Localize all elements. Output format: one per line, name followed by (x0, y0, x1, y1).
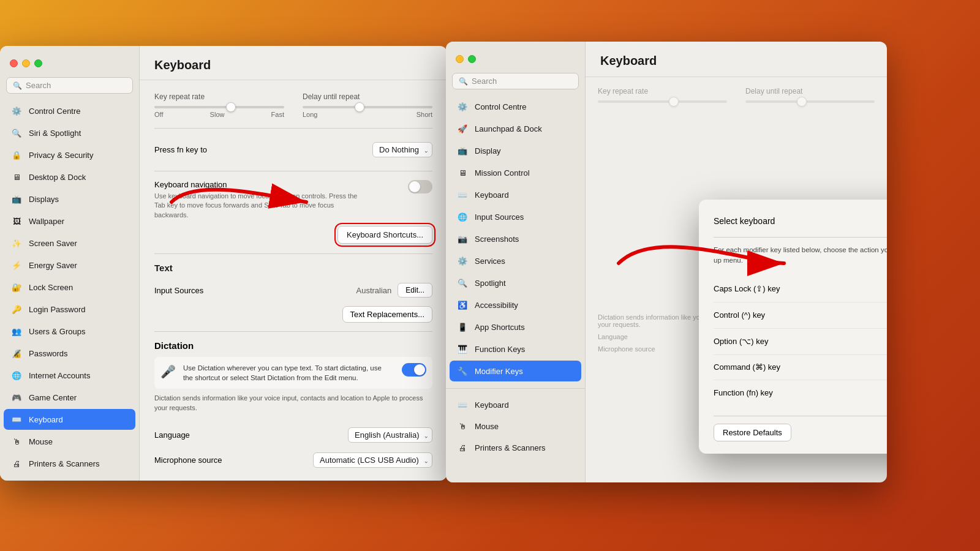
keyboard-nav-toggle[interactable] (408, 180, 432, 193)
key-repeat-thumb[interactable] (226, 102, 236, 112)
delay-repeat-thumb[interactable] (355, 102, 364, 112)
sidebar-right-launchpad[interactable]: 🚀 Launchpad & Dock (450, 118, 581, 139)
text-replacements-button[interactable]: Text Replacements... (342, 306, 432, 323)
sidebar-right-keyboard-bottom[interactable]: ⌨️ Keyboard (450, 394, 581, 415)
sidebar-item-users-groups[interactable]: 👥 Users & Groups (4, 321, 135, 342)
sidebar-label: Energy Saver (29, 261, 77, 270)
language-select-wrapper[interactable]: English (Australia) (348, 427, 432, 443)
sidebar-right-mission-control[interactable]: 🖥 Mission Control (450, 162, 581, 183)
sidebar-label: Passwords (29, 349, 68, 358)
sidebar-label: Internet Accounts (29, 371, 90, 380)
sidebar-right-display[interactable]: 📺 Display (450, 140, 581, 161)
sidebar-right-keyboard[interactable]: ⌨️ Keyboard (450, 184, 581, 205)
sidebar-item-energy-saver[interactable]: ⚡ Energy Saver (4, 255, 135, 276)
key-repeat-track[interactable] (154, 106, 284, 108)
r-delay-thumb (797, 97, 807, 107)
sidebar-item-displays[interactable]: 📺 Displays (4, 189, 135, 209)
sidebar-item-privacy[interactable]: 🔒 Privacy & Security (4, 144, 135, 165)
sidebar-right-function-keys[interactable]: 🎹 Function Keys (450, 339, 581, 359)
sidebar-label: Game Center (29, 393, 77, 402)
passwords-icon: 🔏 (10, 347, 23, 360)
text-replacements-row: Text Replacements... (154, 306, 432, 323)
sidebar-label: Login Password (29, 305, 86, 314)
sidebar-item-mouse[interactable]: 🖱 Mouse (4, 431, 135, 452)
label-fast: Fast (271, 111, 284, 118)
sidebar-item-wallpaper[interactable]: 🖼 Wallpaper (4, 211, 135, 231)
search-box-right[interactable]: 🔍 Search (452, 73, 579, 89)
r-app-shortcuts-icon: 📱 (456, 320, 469, 334)
search-label: Search (26, 81, 51, 90)
key-repeat-labels: Off Slow Fast (154, 111, 284, 118)
close-button[interactable] (10, 59, 18, 67)
sidebar-item-control-centre[interactable]: ⚙️ Control Centre (4, 100, 135, 121)
sidebar-item-printers[interactable]: 🖨 Printers & Scanners (4, 453, 135, 474)
mic-icon: 🎤 (160, 364, 176, 379)
sidebar-item-login-password[interactable]: 🔑 Login Password (4, 299, 135, 320)
r-mouse-bottom-icon: 🖱 (456, 419, 469, 433)
sidebar-item-game-center[interactable]: 🎮 Game Center (4, 387, 135, 408)
modifier-row-capslock: Caps Lock (⇪) key ⇪ Escape (714, 276, 887, 302)
sidebar-label: Siri & Spotlight (29, 129, 81, 138)
main-content-left: Keyboard Key repeat rate Off Slow Fast (140, 46, 447, 481)
sidebar-right-accessibility[interactable]: ♿ Accessibility (450, 294, 581, 315)
fn-select-wrapper[interactable]: Do Nothing (372, 142, 432, 157)
r-key-repeat-thumb (669, 97, 679, 107)
window-right: 🔍 Search ⚙️ Control Centre 🚀 Launchpad &… (446, 42, 887, 482)
r-control-centre-icon: ⚙️ (456, 100, 469, 113)
maximize-button-right[interactable] (468, 55, 476, 63)
sidebar-right-label: Printers & Scanners (475, 443, 546, 452)
sidebar-item-desktop-dock[interactable]: 🖥 Desktop & Dock (4, 167, 135, 187)
sidebar-right-services[interactable]: ⚙️ Services (450, 250, 581, 271)
sidebar-right-screenshots[interactable]: 📷 Screenshots (450, 228, 581, 249)
energy-icon: ⚡ (10, 258, 23, 272)
language-label: Language (154, 430, 190, 440)
sidebar-right-modifier-keys[interactable]: 🔧 Modifier Keys (450, 361, 581, 381)
sidebar-item-passwords[interactable]: 🔏 Passwords (4, 343, 135, 364)
sidebar-item-keyboard[interactable]: ⌨️ Keyboard (4, 409, 135, 430)
search-box-left[interactable]: 🔍 Search (6, 77, 133, 94)
microphone-select-wrapper[interactable]: Automatic (LCS USB Audio) (313, 452, 432, 468)
dictation-toggle[interactable] (402, 363, 426, 377)
right-delay-repeat: Delay until repeat (745, 87, 875, 105)
sidebar-item-lock-screen[interactable]: 🔐 Lock Screen (4, 277, 135, 298)
sidebar-right-label: Mission Control (475, 168, 530, 178)
sidebar-right-control-centre[interactable]: ⚙️ Control Centre (450, 96, 581, 117)
delay-repeat-track[interactable] (303, 106, 432, 108)
fn-select[interactable]: Do Nothing (372, 142, 432, 157)
edit-button[interactable]: Edit... (398, 283, 432, 298)
sidebar-label: Users & Groups (29, 327, 85, 336)
divider2 (154, 171, 432, 171)
minimize-button-right[interactable] (456, 55, 464, 63)
sidebar-item-internet-accounts[interactable]: 🌐 Internet Accounts (4, 365, 135, 386)
language-select[interactable]: English (Australia) (348, 427, 432, 443)
sidebar-right-input-sources[interactable]: 🌐 Input Sources (450, 206, 581, 227)
sidebar-right-printers-bottom[interactable]: 🖨 Printers & Scanners (450, 437, 581, 458)
delay-repeat-label: Delay until repeat (303, 92, 432, 101)
r-screenshots-icon: 📷 (456, 232, 469, 246)
main-body-left: Key repeat rate Off Slow Fast Delay unti… (140, 80, 447, 481)
modifier-row-command: Command (⌘) key ⌘ Command ⇪ Caps Lock (714, 355, 887, 380)
right-body: Key repeat rate Delay until repeat Dicta… (586, 77, 887, 482)
sidebar-right-label: Keyboard (475, 400, 509, 410)
r-modifier-icon: 🔧 (456, 364, 469, 378)
microphone-label: Microphone source (154, 455, 222, 465)
minimize-button[interactable] (22, 59, 30, 67)
sidebar-bottom: ⌨️ Keyboard 🖱 Mouse 🖨 Printers & Scanner… (446, 388, 585, 459)
keyboard-shortcuts-button[interactable]: Keyboard Shortcuts... (337, 226, 432, 244)
microphone-select[interactable]: Automatic (LCS USB Audio) (313, 452, 432, 468)
input-sources-label: Input Sources (154, 286, 203, 295)
r-function-icon: 🎹 (456, 342, 469, 356)
sidebar-item-siri[interactable]: 🔍 Siri & Spotlight (4, 122, 135, 143)
sidebar-right-spotlight[interactable]: 🔍 Spotlight (450, 272, 581, 293)
restore-defaults-button[interactable]: Restore Defaults (714, 424, 791, 441)
wallpaper-icon: 🖼 (10, 214, 23, 228)
maximize-button[interactable] (34, 59, 42, 67)
sidebar-right-app-shortcuts[interactable]: 📱 App Shortcuts (450, 317, 581, 337)
keyboard-nav-content: Keyboard navigation Use keyboard navigat… (154, 180, 369, 220)
label-off: Off (154, 111, 163, 118)
sidebar-label: Screen Saver (29, 239, 77, 248)
sidebar-right-mouse-bottom[interactable]: 🖱 Mouse (450, 416, 581, 437)
sidebar-item-screen-saver[interactable]: ✨ Screen Saver (4, 233, 135, 253)
r-services-icon: ⚙️ (456, 254, 469, 268)
sidebar-label: Printers & Scanners (29, 459, 100, 468)
